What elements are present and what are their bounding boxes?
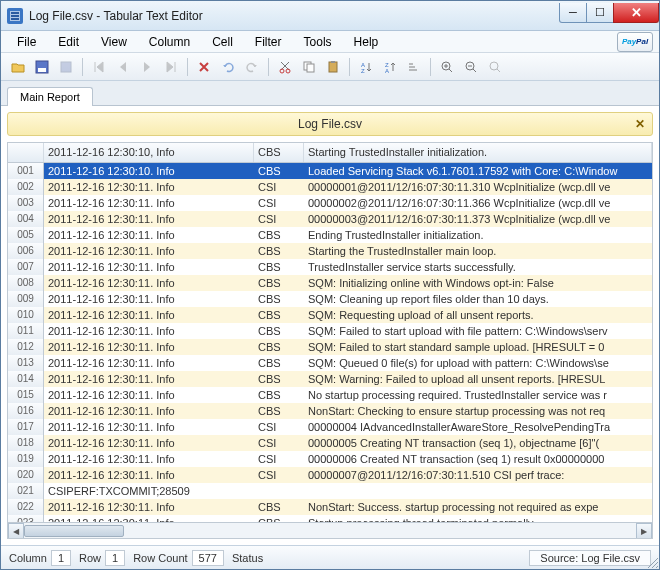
table-row[interactable]: 0222011-12-16 12:30:11. InfoCBSNonStart:… bbox=[8, 499, 652, 515]
table-row[interactable]: 0012011-12-16 12:30:10. InfoCBSLoaded Se… bbox=[8, 163, 652, 179]
undo-icon[interactable] bbox=[217, 56, 239, 78]
cell-timestamp[interactable]: 2011-12-16 12:30:11. Info bbox=[44, 227, 254, 243]
cell-source[interactable]: CBS bbox=[254, 355, 304, 371]
cell-timestamp[interactable]: CSIPERF:TXCOMMIT;28509 bbox=[44, 483, 254, 499]
maximize-button[interactable]: ☐ bbox=[586, 3, 614, 23]
zoom-in-icon[interactable] bbox=[436, 56, 458, 78]
cell-source[interactable]: CBS bbox=[254, 387, 304, 403]
table-row[interactable]: 0152011-12-16 12:30:11. InfoCBSNo startu… bbox=[8, 387, 652, 403]
menu-column[interactable]: Column bbox=[139, 33, 200, 51]
menu-filter[interactable]: Filter bbox=[245, 33, 292, 51]
cell-source[interactable]: CBS bbox=[254, 515, 304, 522]
cell-message[interactable]: Loaded Servicing Stack v6.1.7601.17592 w… bbox=[304, 163, 652, 179]
scroll-thumb[interactable] bbox=[24, 525, 124, 537]
cell-source[interactable]: CBS bbox=[254, 403, 304, 419]
table-row[interactable]: 0062011-12-16 12:30:11. InfoCBSStarting … bbox=[8, 243, 652, 259]
cell-timestamp[interactable]: 2011-12-16 12:30:11. Info bbox=[44, 179, 254, 195]
table-row[interactable]: 0132011-12-16 12:30:11. InfoCBSSQM: Queu… bbox=[8, 355, 652, 371]
cell-source[interactable]: CSI bbox=[254, 211, 304, 227]
cell-timestamp[interactable]: 2011-12-16 12:30:11. Info bbox=[44, 243, 254, 259]
cell-timestamp[interactable]: 2011-12-16 12:30:11. Info bbox=[44, 339, 254, 355]
cell-timestamp[interactable]: 2011-12-16 12:30:11. Info bbox=[44, 259, 254, 275]
menu-edit[interactable]: Edit bbox=[48, 33, 89, 51]
cell-source[interactable]: CSI bbox=[254, 467, 304, 483]
cell-message[interactable]: NonStart: Success. startup processing no… bbox=[304, 499, 652, 515]
table-row[interactable]: 0112011-12-16 12:30:11. InfoCBSSQM: Fail… bbox=[8, 323, 652, 339]
cell-source[interactable]: CBS bbox=[254, 243, 304, 259]
copy-icon[interactable] bbox=[298, 56, 320, 78]
grid-header[interactable]: 2011-12-16 12:30:10, Info CBS Starting T… bbox=[8, 143, 652, 163]
cell-timestamp[interactable]: 2011-12-16 12:30:11. Info bbox=[44, 451, 254, 467]
cell-timestamp[interactable]: 2011-12-16 12:30:11. Info bbox=[44, 499, 254, 515]
zoom-out-icon[interactable] bbox=[460, 56, 482, 78]
cell-message[interactable]: Starting the TrustedInstaller main loop. bbox=[304, 243, 652, 259]
cell-message[interactable] bbox=[304, 483, 652, 499]
cell-source[interactable]: CSI bbox=[254, 419, 304, 435]
table-row[interactable]: 0182011-12-16 12:30:11. InfoCSI00000005 … bbox=[8, 435, 652, 451]
cut-icon[interactable] bbox=[274, 56, 296, 78]
cell-message[interactable]: Ending TrustedInstaller initialization. bbox=[304, 227, 652, 243]
cell-timestamp[interactable]: 2011-12-16 12:30:11. Info bbox=[44, 355, 254, 371]
zoom-reset-icon[interactable] bbox=[484, 56, 506, 78]
cell-timestamp[interactable]: 2011-12-16 12:30:11. Info bbox=[44, 515, 254, 522]
sort-desc-icon[interactable]: ZA bbox=[379, 56, 401, 78]
col-header-message[interactable]: Starting TrustedInstaller initialization… bbox=[304, 143, 652, 162]
table-row[interactable]: 0202011-12-16 12:30:11. InfoCSI00000007@… bbox=[8, 467, 652, 483]
menu-tools[interactable]: Tools bbox=[294, 33, 342, 51]
cell-source[interactable]: CBS bbox=[254, 499, 304, 515]
cell-timestamp[interactable]: 2011-12-16 12:30:11. Info bbox=[44, 307, 254, 323]
col-header-timestamp[interactable]: 2011-12-16 12:30:10, Info bbox=[44, 143, 254, 162]
cell-timestamp[interactable]: 2011-12-16 12:30:11. Info bbox=[44, 371, 254, 387]
cell-source[interactable]: CSI bbox=[254, 451, 304, 467]
cell-message[interactable]: TrustedInstaller service starts successf… bbox=[304, 259, 652, 275]
minimize-button[interactable]: ─ bbox=[559, 3, 587, 23]
menu-view[interactable]: View bbox=[91, 33, 137, 51]
table-row[interactable]: 0192011-12-16 12:30:11. InfoCSI00000006 … bbox=[8, 451, 652, 467]
cell-message[interactable]: Startup processing thread terminated nor… bbox=[304, 515, 652, 522]
cell-message[interactable]: SQM: Failed to start standard sample upl… bbox=[304, 339, 652, 355]
table-row[interactable]: 0082011-12-16 12:30:11. InfoCBSSQM: Init… bbox=[8, 275, 652, 291]
cell-message[interactable]: 00000005 Creating NT transaction (seq 1)… bbox=[304, 435, 652, 451]
cell-message[interactable]: 00000001@2011/12/16:07:30:11.310 WcpInit… bbox=[304, 179, 652, 195]
table-row[interactable]: 0022011-12-16 12:30:11. InfoCSI00000001@… bbox=[8, 179, 652, 195]
col-header-source[interactable]: CBS bbox=[254, 143, 304, 162]
cell-source[interactable]: CBS bbox=[254, 291, 304, 307]
table-row[interactable]: 0092011-12-16 12:30:11. InfoCBSSQM: Clea… bbox=[8, 291, 652, 307]
cell-source[interactable]: CSI bbox=[254, 179, 304, 195]
sort-asc-icon[interactable]: AZ bbox=[355, 56, 377, 78]
delete-icon[interactable] bbox=[193, 56, 215, 78]
grid-body[interactable]: 0012011-12-16 12:30:10. InfoCBSLoaded Se… bbox=[8, 163, 652, 522]
table-row[interactable]: 0122011-12-16 12:30:11. InfoCBSSQM: Fail… bbox=[8, 339, 652, 355]
menu-help[interactable]: Help bbox=[344, 33, 389, 51]
scroll-left-icon[interactable]: ◀ bbox=[8, 523, 24, 539]
cell-message[interactable]: No startup processing required. TrustedI… bbox=[304, 387, 652, 403]
close-button[interactable]: ✕ bbox=[613, 3, 659, 23]
cell-message[interactable]: 00000003@2011/12/16:07:30:11.373 WcpInit… bbox=[304, 211, 652, 227]
cell-source[interactable]: CBS bbox=[254, 163, 304, 179]
open-icon[interactable] bbox=[7, 56, 29, 78]
cell-timestamp[interactable]: 2011-12-16 12:30:11. Info bbox=[44, 195, 254, 211]
cell-message[interactable]: 00000007@2011/12/16:07:30:11.510 CSI per… bbox=[304, 467, 652, 483]
next-icon[interactable] bbox=[136, 56, 158, 78]
cell-source[interactable]: CBS bbox=[254, 307, 304, 323]
cell-source[interactable] bbox=[254, 483, 304, 499]
table-row[interactable]: 0232011-12-16 12:30:11. InfoCBSStartup p… bbox=[8, 515, 652, 522]
paypal-button[interactable]: PayPal bbox=[617, 32, 653, 52]
table-row[interactable]: 0172011-12-16 12:30:11. InfoCSI00000004 … bbox=[8, 419, 652, 435]
redo-icon[interactable] bbox=[241, 56, 263, 78]
cell-message[interactable]: SQM: Warning: Failed to upload all unsen… bbox=[304, 371, 652, 387]
cell-source[interactable]: CBS bbox=[254, 371, 304, 387]
cell-timestamp[interactable]: 2011-12-16 12:30:11. Info bbox=[44, 403, 254, 419]
cell-source[interactable]: CSI bbox=[254, 195, 304, 211]
cell-timestamp[interactable]: 2011-12-16 12:30:11. Info bbox=[44, 387, 254, 403]
cell-source[interactable]: CBS bbox=[254, 323, 304, 339]
custom-sort-icon[interactable] bbox=[403, 56, 425, 78]
horizontal-scrollbar[interactable]: ◀ ▶ bbox=[8, 522, 652, 538]
cell-timestamp[interactable]: 2011-12-16 12:30:11. Info bbox=[44, 323, 254, 339]
table-row[interactable]: 0042011-12-16 12:30:11. InfoCSI00000003@… bbox=[8, 211, 652, 227]
table-row[interactable]: 0072011-12-16 12:30:11. InfoCBSTrustedIn… bbox=[8, 259, 652, 275]
table-row[interactable]: 0032011-12-16 12:30:11. InfoCSI00000002@… bbox=[8, 195, 652, 211]
table-row[interactable]: 0102011-12-16 12:30:11. InfoCBSSQM: Requ… bbox=[8, 307, 652, 323]
last-icon[interactable] bbox=[160, 56, 182, 78]
resize-grip-icon[interactable] bbox=[646, 556, 658, 568]
